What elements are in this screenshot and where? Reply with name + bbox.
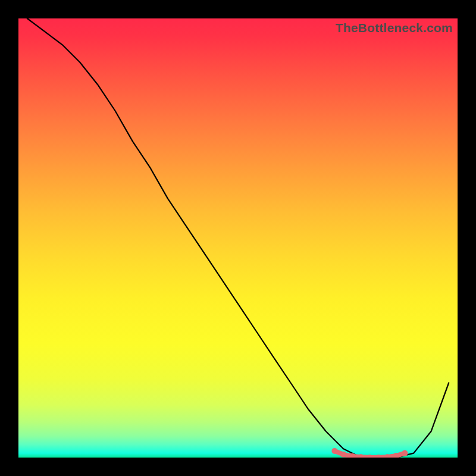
svg-point-8 (402, 450, 408, 456)
watermark-text: TheBottleneck.com (336, 21, 453, 35)
bottleneck-curve-line (27, 18, 449, 458)
bottleneck-flat-highlight (331, 448, 408, 458)
svg-point-1 (340, 452, 346, 458)
svg-point-0 (331, 448, 337, 454)
chart-frame: TheBottleneck.com (0, 0, 476, 476)
plot-area: TheBottleneck.com (18, 18, 458, 458)
svg-point-5 (375, 455, 381, 458)
chart-overlay (18, 18, 458, 458)
svg-point-4 (367, 455, 372, 458)
